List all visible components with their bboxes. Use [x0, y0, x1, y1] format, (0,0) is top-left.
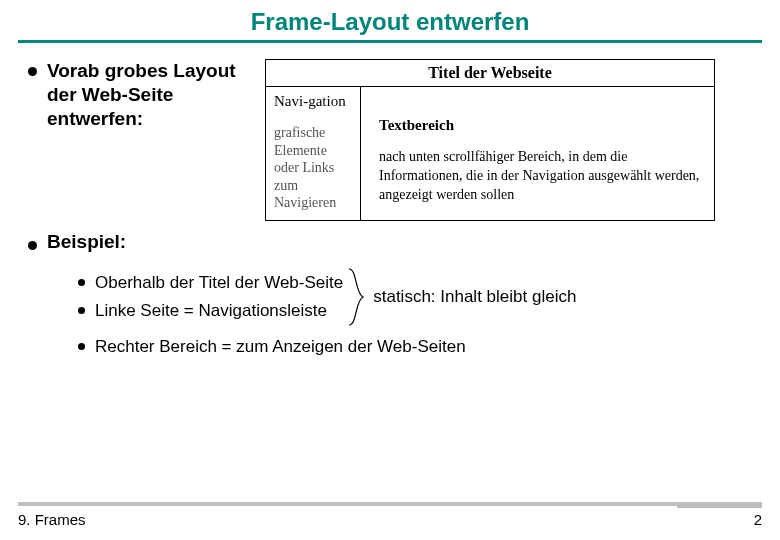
- slide-content: Vorab grobes Layout der Web-Seite entwer…: [18, 59, 762, 357]
- diagram-main-cell: Textbereich nach unten scrollfähiger Ber…: [361, 87, 714, 220]
- sublist-left-col: Oberhalb der Titel der Web-Seite Linke S…: [78, 265, 343, 329]
- bullet-2-text: Beispiel:: [47, 231, 126, 253]
- bullet-icon: [28, 67, 37, 76]
- diagram-main-desc: nach unten scrollfähiger Bereich, in dem…: [379, 148, 704, 205]
- bullet-2-row: Beispiel:: [18, 231, 762, 253]
- bullet-icon: [28, 241, 37, 250]
- sub-item-a-text: Oberhalb der Titel der Web-Seite: [95, 273, 343, 293]
- bullet-icon: [78, 343, 85, 350]
- page-number: 2: [754, 511, 762, 528]
- layout-diagram: Titel der Webseite Navi-gation grafische…: [265, 59, 715, 221]
- footer-divider: [18, 502, 762, 506]
- title-underline: [18, 40, 762, 43]
- diagram-title-cell: Titel der Webseite: [266, 60, 714, 87]
- diagram-body: Navi-gation grafische Elemente oder Link…: [266, 87, 714, 220]
- bullet-icon: [78, 279, 85, 286]
- diagram-nav-cell: Navi-gation grafische Elemente oder Link…: [266, 87, 361, 220]
- sub-item-c: Rechter Bereich = zum Anzeigen der Web-S…: [78, 337, 762, 357]
- slide-title: Frame-Layout entwerfen: [18, 8, 762, 36]
- footer-section-label: 9. Frames: [18, 511, 86, 528]
- sub-item-b-text: Linke Seite = Navigationsleiste: [95, 301, 327, 321]
- bullet-1-row: Vorab grobes Layout der Web-Seite entwer…: [18, 59, 762, 221]
- diagram-nav-label: Navi-gation: [274, 93, 352, 110]
- diagram-main-label: Textbereich: [379, 117, 704, 134]
- brace-icon: [343, 265, 369, 329]
- slide-footer: 9. Frames 2: [18, 511, 762, 528]
- sub-item-c-text: Rechter Bereich = zum Anzeigen der Web-S…: [95, 337, 466, 357]
- diagram-nav-desc: grafische Elemente oder Links zum Navigi…: [274, 124, 352, 212]
- bullet-1-text: Vorab grobes Layout der Web-Seite entwer…: [47, 59, 257, 130]
- sub-item-a: Oberhalb der Titel der Web-Seite: [78, 273, 343, 293]
- static-note: statisch: Inhalt bleibt gleich: [373, 287, 576, 307]
- sub-item-b: Linke Seite = Navigationsleiste: [78, 301, 343, 321]
- sublist-braced: Oberhalb der Titel der Web-Seite Linke S…: [78, 265, 762, 329]
- bullet-icon: [78, 307, 85, 314]
